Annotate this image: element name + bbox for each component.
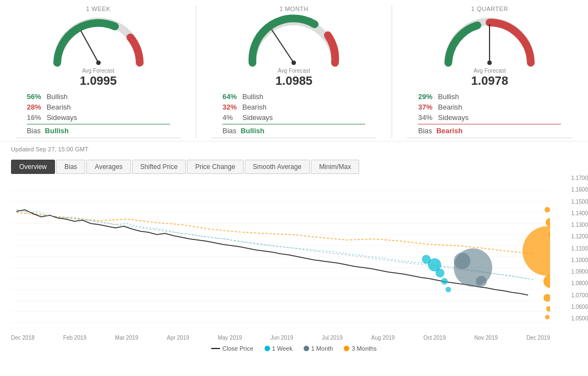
svg-point-1 (96, 61, 101, 65)
svg-line-2 (272, 30, 294, 63)
svg-point-27 (476, 276, 487, 287)
legend-1week-icon (265, 346, 270, 351)
tabs-section: Overview Bias Averages Shifted Price Pri… (0, 157, 588, 174)
gauge-card-week: 1 WEEK Avg Forecast 1.0995 56% Bullish (16, 6, 181, 138)
svg-line-0 (81, 31, 98, 63)
svg-point-28 (545, 207, 550, 212)
legend-close-price: Close Price (211, 345, 253, 352)
chart-legend: Close Price 1 Week 1 Month 3 Months (0, 341, 588, 357)
gauge-label-week: Avg Forecast 1.0995 (80, 68, 117, 88)
gauge-card-month: 1 MONTH Avg Forecast 1.0985 64% Bullish … (211, 6, 376, 138)
tab-minim-max[interactable]: Minim/Max (311, 160, 359, 174)
svg-point-22 (436, 269, 444, 277)
legend-3months: 3 Months (344, 345, 376, 352)
tab-averages[interactable]: Averages (86, 160, 130, 174)
gauge-visual-week (49, 14, 148, 67)
gauge-period-quarter: 1 QUARTER (471, 6, 508, 12)
top-section: 1 WEEK Avg Forecast 1.0995 56% Bullish (0, 0, 588, 141)
svg-point-32 (543, 275, 550, 288)
gauge-label-quarter: Avg Forecast 1.0978 (471, 68, 508, 88)
gauge-period-month: 1 MONTH (279, 6, 309, 12)
legend-1month-icon (304, 346, 309, 351)
tab-price-change[interactable]: Price Change (187, 160, 244, 174)
svg-point-5 (487, 61, 492, 65)
tab-overview[interactable]: Overview (11, 160, 55, 174)
stats-week: 56% Bullish 28% Bearish 16% Sideways Bia… (16, 88, 181, 138)
svg-point-34 (546, 306, 550, 312)
svg-point-3 (292, 61, 296, 65)
gauge-period-week: 1 WEEK (86, 6, 111, 12)
svg-point-35 (545, 315, 549, 319)
tab-bias[interactable]: Bias (56, 160, 85, 174)
tab-smooth-average[interactable]: Smooth Average (245, 160, 310, 174)
stats-quarter: 29% Bullish 37% Bearish 34% Sideways Bia… (407, 88, 572, 138)
gauge-label-month: Avg Forecast 1.0985 (276, 68, 312, 88)
svg-point-23 (441, 278, 448, 285)
gauge-card-quarter: 1 QUARTER Avg Forecast 1.0978 29% Bullis… (407, 6, 572, 138)
tabs-bar: Overview Bias Averages Shifted Price Pri… (11, 160, 577, 174)
gauge-visual-month (244, 14, 343, 67)
gauge-visual-quarter (440, 14, 539, 67)
svg-point-24 (446, 287, 451, 292)
updated-text: Updated Sep 27, 15:00 GMT (0, 141, 588, 157)
chart-with-yaxis: 1.1700 1.1600 1.1500 1.1400 1.1300 1.120… (11, 179, 582, 334)
chart-area (11, 179, 567, 334)
y-axis: 1.1700 1.1600 1.1500 1.1400 1.1300 1.120… (552, 174, 588, 323)
svg-point-31 (523, 226, 550, 276)
x-axis: Dec 2018 Feb 2019 Mar 2019 Apr 2019 May … (11, 334, 550, 341)
legend-3months-icon (344, 346, 349, 351)
chart-svg (11, 179, 550, 328)
stats-month: 64% Bullish 32% Bearish 4% Sideways Bias… (211, 88, 376, 138)
svg-point-29 (546, 218, 550, 227)
legend-close-price-icon (211, 348, 220, 349)
chart-section: 1.1700 1.1600 1.1500 1.1400 1.1300 1.120… (0, 174, 588, 341)
tab-shifted-price[interactable]: Shifted Price (132, 160, 186, 174)
legend-1month: 1 Month (304, 345, 333, 352)
legend-1week: 1 Week (265, 345, 293, 352)
